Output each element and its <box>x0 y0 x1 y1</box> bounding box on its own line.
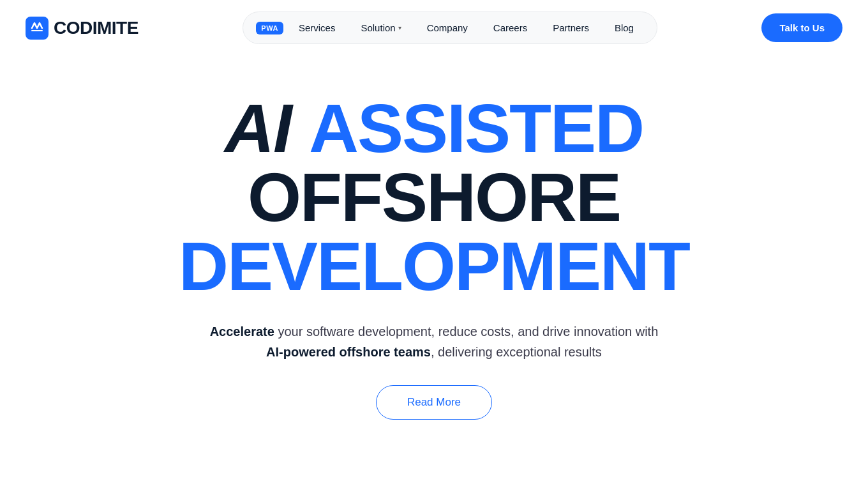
talk-to-us-button[interactable]: Talk to Us <box>761 13 842 42</box>
hero-subtitle: Accelerate your software development, re… <box>210 321 659 362</box>
hero-assisted-text: ASSISTED <box>309 89 643 167</box>
hero-ai-text: AI <box>225 89 309 167</box>
hero-accelerate-word: Accelerate <box>210 324 274 339</box>
hero-section: AI ASSISTED OFFSHORE DEVELOPMENT Acceler… <box>0 56 868 445</box>
nav-link-company[interactable]: Company <box>417 17 478 38</box>
pwa-badge: PWA <box>256 22 283 34</box>
hero-development-text: DEVELOPMENT <box>179 227 689 305</box>
nav-link-partners[interactable]: Partners <box>542 17 599 38</box>
logo[interactable]: CODIMITE <box>26 17 138 40</box>
read-more-button[interactable]: Read More <box>376 385 492 420</box>
nav-link-blog[interactable]: Blog <box>604 17 644 38</box>
logos-section: ChatGPT <box>0 458 868 488</box>
hero-ai-teams-text: AI-powered offshore teams <box>266 345 431 359</box>
hero-title: AI ASSISTED OFFSHORE DEVELOPMENT <box>26 94 842 301</box>
nav-link-solution[interactable]: Solution ▾ <box>350 17 411 38</box>
logo-text: CODIMITE <box>54 18 138 38</box>
hero-offshore-text: OFFSHORE <box>248 158 620 236</box>
nav-link-services[interactable]: Services <box>288 17 346 38</box>
hero-subtitle-part4: , delivering exceptional results <box>431 345 602 359</box>
navbar: CODIMITE PWA Services Solution ▾ Company… <box>0 0 868 56</box>
nav-link-careers[interactable]: Careers <box>483 17 537 38</box>
solution-chevron-icon: ▾ <box>398 24 401 31</box>
hero-subtitle-part2: your software development, reduce costs,… <box>278 324 658 339</box>
logo-icon <box>26 17 49 40</box>
nav-center: PWA Services Solution ▾ Company Careers … <box>243 11 657 44</box>
